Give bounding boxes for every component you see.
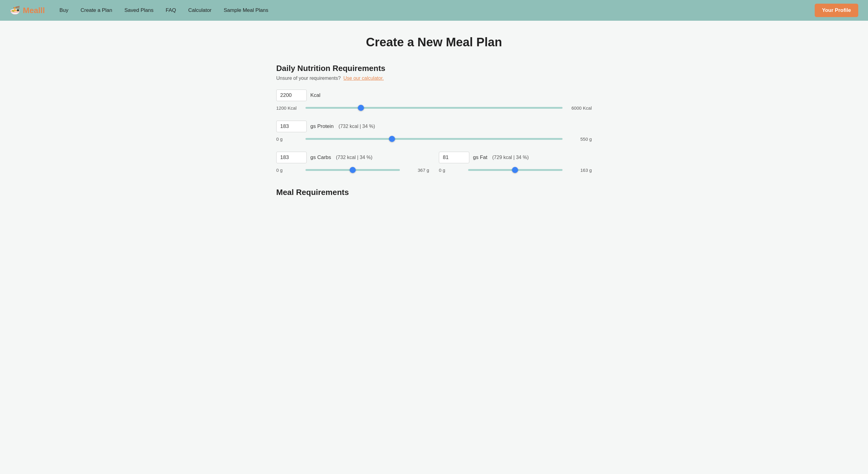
protein-slider-row: 0 g 550 g: [276, 136, 592, 142]
carbs-col: gs Carbs (732 kcal | 34 %) 0 g 367 g: [276, 152, 429, 173]
nav-link-sample-meal-plans[interactable]: Sample Meal Plans: [224, 7, 268, 13]
nutrition-section-title: Daily Nutrition Requirements: [276, 64, 592, 73]
nav-link-faq[interactable]: FAQ: [166, 7, 176, 13]
carbs-slider-container: [306, 167, 400, 173]
carbs-label: gs Carbs: [310, 154, 331, 160]
protein-detail: (732 kcal | 34 %): [339, 124, 375, 129]
meal-requirements-section: Meal Requirements: [276, 188, 592, 197]
protein-label: gs Protein: [310, 123, 334, 129]
fat-min-label: 0 g: [439, 168, 463, 173]
nutrition-subtitle: Unsure of your requirements? Use our cal…: [276, 76, 592, 81]
fat-label: gs Fat: [473, 154, 487, 160]
kcal-group: Kcal 1200 Kcal 6000 Kcal: [276, 90, 592, 111]
logo[interactable]: 🍜 Mealll: [10, 5, 45, 16]
kcal-slider-row: 1200 Kcal 6000 Kcal: [276, 105, 592, 111]
carbs-min-label: 0 g: [276, 168, 301, 173]
logo-text: Mealll: [23, 6, 45, 15]
nav-link-saved-plans[interactable]: Saved Plans: [125, 7, 154, 13]
carbs-input[interactable]: [276, 152, 307, 163]
main-content: Create a New Meal Plan Daily Nutrition R…: [267, 21, 601, 212]
fat-slider[interactable]: [468, 169, 562, 171]
carbs-detail: (732 kcal | 34 %): [336, 155, 372, 160]
protein-input[interactable]: [276, 121, 307, 132]
kcal-label: Kcal: [310, 92, 320, 98]
nav-link-create-plan[interactable]: Create a Plan: [81, 7, 113, 13]
kcal-input[interactable]: [276, 90, 307, 101]
nav-link-calculator[interactable]: Calculator: [188, 7, 212, 13]
nav-link-buy[interactable]: Buy: [59, 7, 68, 13]
fat-col: gs Fat (729 kcal | 34 %) 0 g 163 g: [439, 152, 592, 173]
protein-slider-container: [306, 136, 562, 142]
kcal-slider[interactable]: [306, 107, 562, 109]
subtitle-text: Unsure of your requirements?: [276, 76, 341, 81]
kcal-slider-container: [306, 105, 562, 111]
navbar: 🍜 Mealll Buy Create a Plan Saved Plans F…: [0, 0, 868, 21]
fat-slider-container: [468, 167, 562, 173]
kcal-max-label: 6000 Kcal: [567, 106, 592, 111]
fat-slider-row: 0 g 163 g: [439, 167, 592, 173]
protein-max-label: 550 g: [567, 137, 592, 142]
protein-slider[interactable]: [306, 138, 562, 140]
carbs-input-row: gs Carbs (732 kcal | 34 %): [276, 152, 429, 163]
fat-input[interactable]: [439, 152, 469, 163]
kcal-input-row: Kcal: [276, 90, 592, 101]
protein-min-label: 0 g: [276, 137, 301, 142]
carbs-slider-row: 0 g 367 g: [276, 167, 429, 173]
fat-max-label: 163 g: [567, 168, 592, 173]
carbs-max-label: 367 g: [405, 168, 429, 173]
nutrition-section: Daily Nutrition Requirements Unsure of y…: [276, 64, 592, 173]
calculator-link[interactable]: Use our calculator.: [344, 76, 384, 81]
fat-input-row: gs Fat (729 kcal | 34 %): [439, 152, 592, 163]
fat-detail: (729 kcal | 34 %): [492, 155, 529, 160]
logo-icon: 🍜: [10, 5, 21, 16]
kcal-min-label: 1200 Kcal: [276, 106, 301, 111]
meal-requirements-title: Meal Requirements: [276, 188, 592, 197]
your-profile-button[interactable]: Your Profile: [815, 4, 858, 17]
protein-input-row: gs Protein (732 kcal | 34 %): [276, 121, 592, 132]
page-title: Create a New Meal Plan: [276, 35, 592, 49]
carbs-fat-group: gs Carbs (732 kcal | 34 %) 0 g 367 g gs …: [276, 152, 592, 173]
nav-links: Buy Create a Plan Saved Plans FAQ Calcul…: [59, 7, 815, 13]
carbs-slider[interactable]: [306, 169, 400, 171]
protein-group: gs Protein (732 kcal | 34 %) 0 g 550 g: [276, 121, 592, 142]
